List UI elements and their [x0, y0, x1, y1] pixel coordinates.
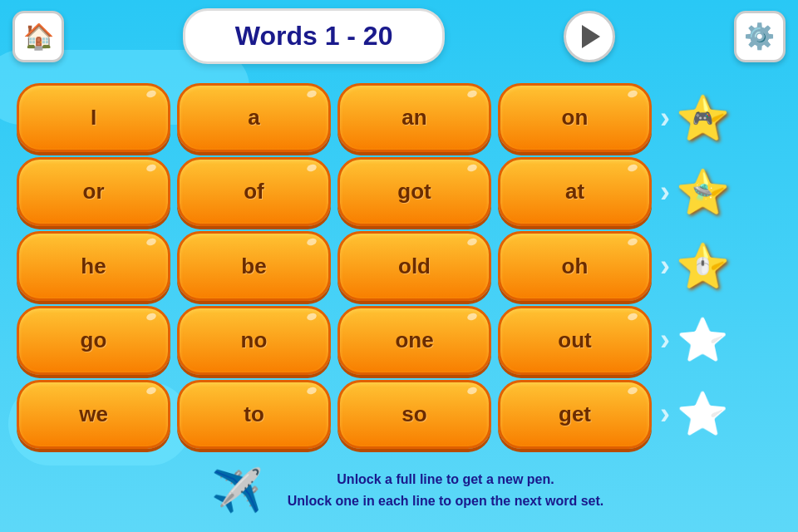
home-button[interactable]: 🏠 [12, 11, 64, 62]
word-row-4: gonooneout›⭐ [17, 306, 781, 375]
word-row-1: Iaanon›⭐🎮 [17, 83, 781, 152]
word-button-got[interactable]: got [337, 157, 491, 226]
play-button[interactable] [564, 11, 615, 62]
page-title: Words 1 - 20 [235, 21, 393, 51]
header: 🏠 Words 1 - 20 ⚙️ [0, 8, 798, 64]
reward-area-3: ⭐🖱️ [678, 242, 753, 290]
gear-icon: ⚙️ [744, 22, 775, 51]
word-row-5: wetosoget›⭐ [17, 380, 781, 449]
word-button-he[interactable]: he [17, 231, 170, 300]
play-icon [582, 25, 600, 48]
star-icon-row-1: ⭐🎮 [678, 94, 727, 142]
word-button-oh[interactable]: oh [498, 231, 652, 300]
home-icon: 🏠 [23, 22, 54, 51]
word-button-so[interactable]: so [337, 380, 491, 449]
reward-area-2: ⭐🛸 [678, 168, 753, 216]
word-button-on[interactable]: on [498, 83, 652, 152]
title-box: Words 1 - 20 [183, 8, 446, 64]
word-row-3: hebeoldoh›⭐🖱️ [17, 231, 781, 300]
star-icon-row-2: ⭐🛸 [678, 168, 727, 216]
star-icon-row-5: ⭐ [678, 390, 727, 438]
star-icon-row-4: ⭐ [678, 316, 727, 364]
word-button-go[interactable]: go [17, 306, 170, 375]
instructions: Unlock a full line to get a new pen. Unl… [288, 469, 604, 511]
chevron-right-icon: › [660, 249, 670, 283]
plane-icon: ✈️ [211, 466, 263, 515]
word-button-or[interactable]: or [17, 157, 170, 226]
reward-area-4: ⭐ [678, 316, 753, 364]
chevron-right-icon: › [660, 101, 670, 135]
word-button-we[interactable]: we [17, 380, 170, 449]
chevron-right-icon: › [660, 323, 670, 357]
word-button-out[interactable]: out [498, 306, 652, 375]
chevron-right-icon: › [660, 397, 670, 431]
word-grid: Iaanon›⭐🎮orofgotat›⭐🛸hebeoldoh›⭐🖱️gonoon… [17, 83, 781, 449]
word-button-of[interactable]: of [177, 157, 331, 226]
word-button-one[interactable]: one [337, 306, 491, 375]
word-button-at[interactable]: at [498, 157, 652, 226]
word-button-be[interactable]: be [177, 231, 331, 300]
word-button-get[interactable]: get [498, 380, 652, 449]
instruction-line2: Unlock one in each line to open the next… [288, 494, 604, 508]
settings-button[interactable]: ⚙️ [734, 11, 786, 62]
chevron-right-icon: › [660, 175, 670, 209]
instruction-line1: Unlock a full line to get a new pen. [337, 472, 554, 486]
word-button-an[interactable]: an [337, 83, 491, 152]
word-button-old[interactable]: old [337, 231, 491, 300]
word-row-2: orofgotat›⭐🛸 [17, 157, 781, 226]
word-button-no[interactable]: no [177, 306, 331, 375]
reward-area-1: ⭐🎮 [678, 94, 753, 142]
reward-area-5: ⭐ [678, 390, 753, 438]
word-button-to[interactable]: to [177, 380, 331, 449]
star-icon-row-3: ⭐🖱️ [678, 242, 727, 290]
word-button-I[interactable]: I [17, 83, 170, 152]
bottom-bar: ✈️ Unlock a full line to get a new pen. … [0, 449, 798, 532]
word-button-a[interactable]: a [177, 83, 331, 152]
